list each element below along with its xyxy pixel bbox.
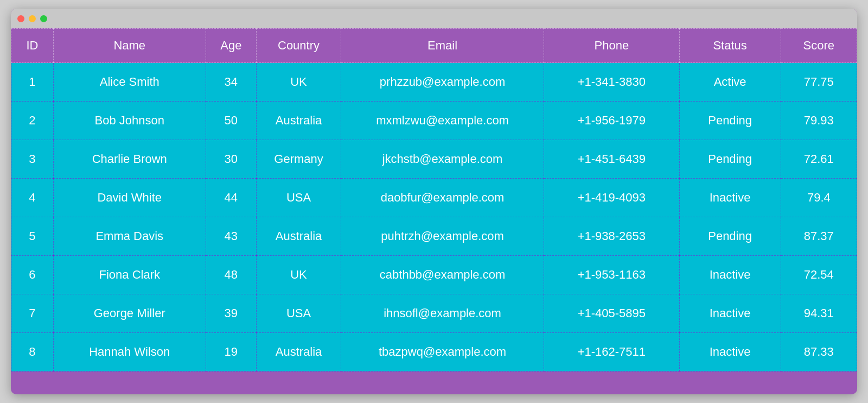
cell-country: Germany [257, 140, 341, 179]
cell-country: Australia [257, 217, 341, 256]
cell-id: 4 [11, 179, 54, 217]
header-cell-country: Country [257, 29, 341, 63]
table-row: 5Emma Davis43Australiapuhtrzh@example.co… [11, 217, 857, 256]
cell-score: 72.54 [781, 256, 857, 294]
cell-country: USA [257, 179, 341, 217]
cell-email: prhzzub@example.com [341, 63, 544, 102]
cell-status: Inactive [679, 333, 781, 371]
app-window: IDNameAgeCountryEmailPhoneStatusScore 1A… [11, 9, 857, 394]
table-row: 8Hannah Wilson19Australiatbazpwq@example… [11, 333, 857, 371]
cell-phone: +1-451-6439 [544, 140, 679, 179]
header-cell-phone: Phone [544, 29, 679, 63]
cell-score: 72.61 [781, 140, 857, 179]
cell-country: UK [257, 256, 341, 294]
cell-score: 79.93 [781, 102, 857, 140]
cell-country: USA [257, 294, 341, 333]
cell-age: 19 [206, 333, 257, 371]
title-bar [11, 9, 857, 28]
cell-id: 2 [11, 102, 54, 140]
cell-score: 94.31 [781, 294, 857, 333]
cell-phone: +1-953-1163 [544, 256, 679, 294]
minimize-button[interactable] [29, 15, 36, 22]
cell-id: 6 [11, 256, 54, 294]
header-cell-id: ID [11, 29, 54, 63]
cell-age: 39 [206, 294, 257, 333]
cell-phone: +1-938-2653 [544, 217, 679, 256]
cell-status: Pending [679, 140, 781, 179]
table-row: 3Charlie Brown30Germanyjkchstb@example.c… [11, 140, 857, 179]
cell-email: ihnsofl@example.com [341, 294, 544, 333]
cell-score: 79.4 [781, 179, 857, 217]
cell-id: 1 [11, 63, 54, 102]
cell-age: 44 [206, 179, 257, 217]
maximize-button[interactable] [40, 15, 47, 22]
cell-name: David White [53, 179, 206, 217]
table-row: 2Bob Johnson50Australiamxmlzwu@example.c… [11, 102, 857, 140]
cell-age: 43 [206, 217, 257, 256]
table-row: 6Fiona Clark48UKcabthbb@example.com+1-95… [11, 256, 857, 294]
table-container: IDNameAgeCountryEmailPhoneStatusScore 1A… [11, 28, 857, 394]
cell-id: 7 [11, 294, 54, 333]
header-cell-score: Score [781, 29, 857, 63]
cell-status: Inactive [679, 256, 781, 294]
cell-age: 50 [206, 102, 257, 140]
cell-email: puhtrzh@example.com [341, 217, 544, 256]
cell-status: Pending [679, 217, 781, 256]
table-body: 1Alice Smith34UKprhzzub@example.com+1-34… [11, 63, 857, 371]
table-header: IDNameAgeCountryEmailPhoneStatusScore [11, 29, 857, 63]
cell-country: Australia [257, 333, 341, 371]
close-button[interactable] [17, 15, 24, 22]
cell-name: George Miller [53, 294, 206, 333]
cell-score: 87.37 [781, 217, 857, 256]
cell-name: Fiona Clark [53, 256, 206, 294]
cell-email: tbazpwq@example.com [341, 333, 544, 371]
cell-status: Inactive [679, 294, 781, 333]
cell-status: Inactive [679, 179, 781, 217]
cell-email: cabthbb@example.com [341, 256, 544, 294]
cell-score: 77.75 [781, 63, 857, 102]
cell-phone: +1-419-4093 [544, 179, 679, 217]
cell-phone: +1-405-5895 [544, 294, 679, 333]
cell-country: UK [257, 63, 341, 102]
cell-name: Emma Davis [53, 217, 206, 256]
cell-country: Australia [257, 102, 341, 140]
cell-email: jkchstb@example.com [341, 140, 544, 179]
header-cell-email: Email [341, 29, 544, 63]
cell-status: Pending [679, 102, 781, 140]
header-row: IDNameAgeCountryEmailPhoneStatusScore [11, 29, 857, 63]
cell-age: 30 [206, 140, 257, 179]
cell-age: 34 [206, 63, 257, 102]
table-row: 1Alice Smith34UKprhzzub@example.com+1-34… [11, 63, 857, 102]
cell-name: Charlie Brown [53, 140, 206, 179]
cell-id: 3 [11, 140, 54, 179]
cell-id: 8 [11, 333, 54, 371]
data-table: IDNameAgeCountryEmailPhoneStatusScore 1A… [11, 28, 857, 371]
cell-phone: +1-162-7511 [544, 333, 679, 371]
cell-email: mxmlzwu@example.com [341, 102, 544, 140]
cell-name: Bob Johnson [53, 102, 206, 140]
header-cell-age: Age [206, 29, 257, 63]
cell-email: daobfur@example.com [341, 179, 544, 217]
cell-name: Hannah Wilson [53, 333, 206, 371]
cell-phone: +1-956-1979 [544, 102, 679, 140]
cell-status: Active [679, 63, 781, 102]
header-cell-status: Status [679, 29, 781, 63]
cell-phone: +1-341-3830 [544, 63, 679, 102]
cell-age: 48 [206, 256, 257, 294]
table-row: 7George Miller39USAihnsofl@example.com+1… [11, 294, 857, 333]
table-row: 4David White44USAdaobfur@example.com+1-4… [11, 179, 857, 217]
cell-name: Alice Smith [53, 63, 206, 102]
cell-id: 5 [11, 217, 54, 256]
cell-score: 87.33 [781, 333, 857, 371]
header-cell-name: Name [53, 29, 206, 63]
